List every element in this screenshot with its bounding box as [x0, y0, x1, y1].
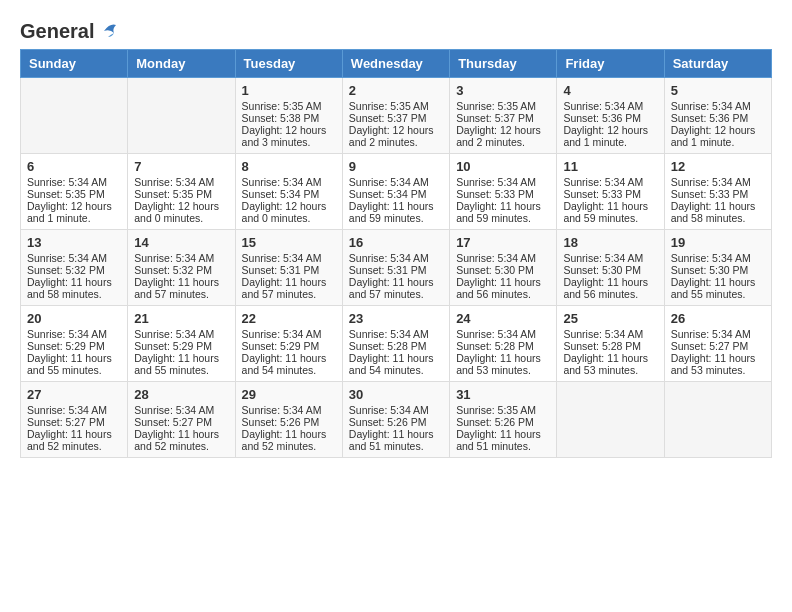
day-number: 14	[134, 235, 228, 250]
day-number: 26	[671, 311, 765, 326]
day-info: Sunset: 5:38 PM	[242, 112, 336, 124]
day-info: Sunrise: 5:34 AM	[671, 100, 765, 112]
day-info: Sunset: 5:33 PM	[456, 188, 550, 200]
day-of-week-header: Thursday	[450, 50, 557, 78]
day-number: 13	[27, 235, 121, 250]
calendar-cell: 27Sunrise: 5:34 AMSunset: 5:27 PMDayligh…	[21, 382, 128, 458]
day-of-week-header: Wednesday	[342, 50, 449, 78]
day-info: Sunset: 5:37 PM	[456, 112, 550, 124]
calendar-cell: 6Sunrise: 5:34 AMSunset: 5:35 PMDaylight…	[21, 154, 128, 230]
day-number: 1	[242, 83, 336, 98]
day-info: Daylight: 11 hours and 54 minutes.	[349, 352, 443, 376]
calendar-cell	[21, 78, 128, 154]
page-header: General	[20, 20, 772, 39]
day-info: Sunset: 5:36 PM	[563, 112, 657, 124]
day-info: Sunrise: 5:34 AM	[671, 252, 765, 264]
day-info: Sunrise: 5:34 AM	[349, 176, 443, 188]
day-info: Sunrise: 5:34 AM	[563, 100, 657, 112]
day-info: Daylight: 11 hours and 58 minutes.	[671, 200, 765, 224]
day-info: Sunset: 5:28 PM	[456, 340, 550, 352]
day-number: 9	[349, 159, 443, 174]
day-info: Daylight: 11 hours and 53 minutes.	[456, 352, 550, 376]
day-info: Sunrise: 5:34 AM	[563, 176, 657, 188]
day-info: Sunset: 5:35 PM	[134, 188, 228, 200]
day-info: Daylight: 11 hours and 51 minutes.	[349, 428, 443, 452]
calendar-cell: 25Sunrise: 5:34 AMSunset: 5:28 PMDayligh…	[557, 306, 664, 382]
day-info: Sunrise: 5:34 AM	[242, 176, 336, 188]
day-info: Sunset: 5:30 PM	[563, 264, 657, 276]
day-number: 7	[134, 159, 228, 174]
day-info: Sunrise: 5:34 AM	[134, 252, 228, 264]
day-info: Sunrise: 5:34 AM	[27, 328, 121, 340]
day-number: 17	[456, 235, 550, 250]
day-info: Sunset: 5:32 PM	[27, 264, 121, 276]
day-number: 18	[563, 235, 657, 250]
calendar-cell: 29Sunrise: 5:34 AMSunset: 5:26 PMDayligh…	[235, 382, 342, 458]
calendar-cell: 15Sunrise: 5:34 AMSunset: 5:31 PMDayligh…	[235, 230, 342, 306]
day-info: Sunset: 5:27 PM	[27, 416, 121, 428]
day-info: Sunrise: 5:35 AM	[456, 100, 550, 112]
day-info: Sunset: 5:35 PM	[27, 188, 121, 200]
day-info: Daylight: 11 hours and 56 minutes.	[563, 276, 657, 300]
day-number: 21	[134, 311, 228, 326]
day-of-week-header: Tuesday	[235, 50, 342, 78]
day-info: Daylight: 11 hours and 51 minutes.	[456, 428, 550, 452]
day-info: Sunrise: 5:34 AM	[349, 328, 443, 340]
day-info: Sunset: 5:28 PM	[563, 340, 657, 352]
day-info: Sunrise: 5:34 AM	[134, 176, 228, 188]
day-info: Daylight: 11 hours and 54 minutes.	[242, 352, 336, 376]
day-info: Sunrise: 5:34 AM	[456, 252, 550, 264]
day-info: Daylight: 11 hours and 55 minutes.	[27, 352, 121, 376]
day-info: Daylight: 11 hours and 58 minutes.	[27, 276, 121, 300]
day-info: Daylight: 11 hours and 55 minutes.	[134, 352, 228, 376]
day-info: Sunset: 5:26 PM	[349, 416, 443, 428]
day-info: Sunrise: 5:34 AM	[134, 404, 228, 416]
day-info: Sunrise: 5:34 AM	[671, 176, 765, 188]
calendar-cell: 18Sunrise: 5:34 AMSunset: 5:30 PMDayligh…	[557, 230, 664, 306]
day-info: Sunset: 5:30 PM	[456, 264, 550, 276]
calendar-cell	[128, 78, 235, 154]
day-info: Daylight: 12 hours and 3 minutes.	[242, 124, 336, 148]
day-info: Sunset: 5:33 PM	[563, 188, 657, 200]
calendar-week-row: 27Sunrise: 5:34 AMSunset: 5:27 PMDayligh…	[21, 382, 772, 458]
day-info: Daylight: 11 hours and 53 minutes.	[563, 352, 657, 376]
day-info: Daylight: 12 hours and 0 minutes.	[134, 200, 228, 224]
day-number: 20	[27, 311, 121, 326]
day-info: Sunrise: 5:34 AM	[27, 176, 121, 188]
day-info: Sunrise: 5:35 AM	[242, 100, 336, 112]
calendar-cell: 20Sunrise: 5:34 AMSunset: 5:29 PMDayligh…	[21, 306, 128, 382]
day-info: Sunset: 5:27 PM	[671, 340, 765, 352]
logo-general: General	[20, 20, 94, 43]
day-number: 6	[27, 159, 121, 174]
calendar-cell: 28Sunrise: 5:34 AMSunset: 5:27 PMDayligh…	[128, 382, 235, 458]
day-info: Sunrise: 5:34 AM	[27, 252, 121, 264]
calendar-week-row: 20Sunrise: 5:34 AMSunset: 5:29 PMDayligh…	[21, 306, 772, 382]
day-info: Sunrise: 5:34 AM	[349, 404, 443, 416]
day-info: Sunset: 5:37 PM	[349, 112, 443, 124]
day-number: 24	[456, 311, 550, 326]
day-number: 3	[456, 83, 550, 98]
calendar-week-row: 13Sunrise: 5:34 AMSunset: 5:32 PMDayligh…	[21, 230, 772, 306]
day-number: 23	[349, 311, 443, 326]
day-info: Sunset: 5:33 PM	[671, 188, 765, 200]
calendar-cell: 17Sunrise: 5:34 AMSunset: 5:30 PMDayligh…	[450, 230, 557, 306]
day-info: Sunrise: 5:34 AM	[27, 404, 121, 416]
day-info: Sunset: 5:31 PM	[349, 264, 443, 276]
day-info: Daylight: 12 hours and 2 minutes.	[456, 124, 550, 148]
day-info: Daylight: 11 hours and 55 minutes.	[671, 276, 765, 300]
day-of-week-header: Monday	[128, 50, 235, 78]
calendar-cell: 13Sunrise: 5:34 AMSunset: 5:32 PMDayligh…	[21, 230, 128, 306]
day-number: 12	[671, 159, 765, 174]
day-info: Sunrise: 5:34 AM	[349, 252, 443, 264]
day-info: Sunrise: 5:34 AM	[456, 176, 550, 188]
day-number: 15	[242, 235, 336, 250]
day-info: Daylight: 11 hours and 53 minutes.	[671, 352, 765, 376]
day-info: Daylight: 12 hours and 1 minute.	[563, 124, 657, 148]
calendar-cell: 22Sunrise: 5:34 AMSunset: 5:29 PMDayligh…	[235, 306, 342, 382]
calendar-cell	[664, 382, 771, 458]
day-info: Daylight: 11 hours and 56 minutes.	[456, 276, 550, 300]
day-info: Daylight: 12 hours and 0 minutes.	[242, 200, 336, 224]
day-number: 30	[349, 387, 443, 402]
day-info: Sunrise: 5:35 AM	[456, 404, 550, 416]
calendar-cell: 23Sunrise: 5:34 AMSunset: 5:28 PMDayligh…	[342, 306, 449, 382]
